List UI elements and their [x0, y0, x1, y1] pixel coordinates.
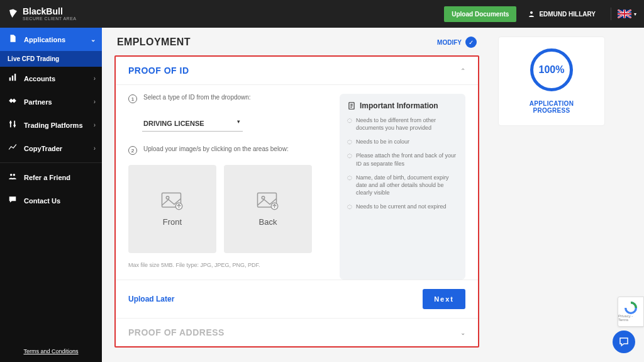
sidebar-item-label: Partners — [24, 98, 52, 106]
username: EDMUND HILLARY — [539, 11, 596, 18]
sidebar-item-label: Applications — [24, 36, 65, 43]
check-icon: ✓ — [465, 37, 477, 48]
user-menu[interactable]: EDMUND HILLARY — [528, 10, 596, 18]
chevron-down-icon: ⌄ — [460, 329, 465, 336]
sidebar-item-label: Accounts — [24, 75, 55, 82]
svg-point-0 — [530, 11, 533, 14]
svg-rect-3 — [12, 76, 13, 81]
step-2-badge: 2 — [128, 146, 137, 155]
brand-name: BlackBull — [23, 7, 77, 16]
proof-of-address-title: PROOF OF ADDRESS — [128, 327, 225, 337]
uk-flag-icon — [618, 9, 631, 18]
modify-link[interactable]: MODIFY — [437, 39, 462, 46]
svg-point-7 — [9, 122, 11, 124]
upload-documents-button[interactable]: Upload Documents — [444, 6, 516, 22]
upload-front[interactable]: Front — [128, 165, 216, 253]
progress-ring: 100% — [530, 48, 573, 91]
main-content: EMPLOYMENT MODIFY ✓ PROOF OF ID ⌃ 1 — [102, 28, 644, 362]
sidebar-item-label: CopyTrader — [24, 145, 62, 152]
image-upload-icon — [161, 192, 184, 211]
chat-icon — [8, 195, 18, 206]
recaptcha-icon — [625, 302, 637, 314]
chevron-right-icon: › — [94, 75, 96, 82]
upload-later-link[interactable]: Upload Later — [128, 295, 174, 303]
next-button[interactable]: Next — [423, 289, 465, 309]
sidebar-item-label: Trading Platforms — [24, 122, 83, 129]
chat-bubble-icon — [618, 336, 630, 348]
info-item: Please attach the front and back of your… — [356, 152, 458, 167]
progress-value: 100% — [539, 64, 565, 76]
employment-title: EMPLOYMENT — [117, 37, 191, 48]
sidebar-item-copytrader[interactable]: CopyTrader › — [0, 137, 102, 160]
proof-of-address-header[interactable]: PROOF OF ADDRESS ⌄ — [116, 319, 478, 346]
sidebar-item-label: Refer a Friend — [24, 174, 70, 181]
proof-of-id-header[interactable]: PROOF OF ID ⌃ — [116, 57, 478, 85]
svg-point-10 — [13, 174, 15, 176]
proof-section-highlighted: PROOF OF ID ⌃ 1 Select a type of ID from… — [114, 55, 479, 348]
chevron-up-icon: ⌃ — [460, 67, 465, 74]
svg-point-15 — [262, 196, 265, 199]
chevron-right-icon: › — [94, 122, 96, 128]
step-2-text: Upload your image/s by clicking on the a… — [143, 145, 289, 152]
upload-front-label: Front — [163, 217, 182, 227]
id-type-select[interactable]: DRIVING LICENSE — [142, 116, 243, 132]
upload-back-label: Back — [259, 217, 277, 227]
sidebar-item-applications[interactable]: Applications ⌄ — [0, 28, 102, 51]
trend-icon — [8, 143, 18, 154]
sidebar-item-label: Contact Us — [24, 197, 60, 205]
info-item: Needs to be current and not expired — [356, 203, 447, 210]
chat-fab[interactable] — [613, 331, 635, 353]
brand-logo: BlackBull SECURE CLIENT AREA — [8, 7, 77, 21]
chevron-down-icon: ⌄ — [91, 36, 96, 43]
sliders-icon — [8, 120, 18, 130]
svg-rect-4 — [14, 74, 16, 81]
step-1-text: Select a type of ID from the dropdown: — [143, 94, 251, 101]
important-info-box: Important Information Needs to be differ… — [340, 94, 465, 280]
header-bar: BlackBull SECURE CLIENT AREA Upload Docu… — [0, 0, 644, 28]
sidebar-sub-live-cfd[interactable]: Live CFD Trading — [0, 51, 102, 67]
employment-section-header: EMPLOYMENT MODIFY ✓ — [114, 37, 479, 49]
bull-icon — [8, 8, 19, 20]
people-icon — [8, 172, 18, 183]
file-hint: Max file size 5MB. File type: JPG, JPEG,… — [128, 262, 328, 268]
handshake-icon — [8, 96, 18, 107]
step-1-badge: 1 — [128, 94, 137, 103]
terms-and-conditions-link[interactable]: Terms and Conditions — [0, 341, 102, 362]
sidebar-item-trading-platforms[interactable]: Trading Platforms › — [0, 113, 102, 137]
application-progress-card: 100% APPLICATION PROGRESS — [498, 37, 605, 126]
sidebar-item-accounts[interactable]: Accounts › — [0, 67, 102, 90]
info-list: Needs to be different from other documen… — [347, 116, 458, 210]
svg-point-9 — [10, 174, 12, 176]
sidebar-item-contact[interactable]: Contact Us — [0, 189, 102, 212]
sidebar-item-partners[interactable]: Partners › — [0, 90, 102, 113]
recaptcha-badge: Privacy - Terms — [618, 297, 644, 327]
progress-label: APPLICATION PROGRESS — [510, 100, 593, 114]
document-icon — [8, 34, 18, 45]
image-upload-icon — [257, 192, 279, 211]
chevron-right-icon: › — [94, 98, 96, 105]
brand-sub: SECURE CLIENT AREA — [23, 16, 77, 21]
user-icon — [528, 10, 535, 18]
info-title: Important Information — [360, 101, 438, 110]
document-info-icon — [347, 101, 356, 110]
chart-icon — [8, 73, 18, 84]
svg-point-12 — [166, 196, 169, 199]
info-item: Name, date of birth, document expiry dat… — [356, 174, 458, 196]
language-selector[interactable]: ▾ — [618, 9, 636, 18]
svg-rect-2 — [9, 77, 11, 81]
sidebar-item-refer[interactable]: Refer a Friend — [0, 166, 102, 189]
proof-of-id-panel: PROOF OF ID ⌃ 1 Select a type of ID from… — [116, 57, 478, 318]
proof-of-id-title: PROOF OF ID — [128, 65, 189, 76]
sidebar: Applications ⌄ Live CFD Trading Accounts… — [0, 28, 102, 362]
info-item: Needs to be in colour — [356, 138, 409, 145]
upload-back[interactable]: Back — [224, 165, 312, 253]
info-item: Needs to be different from other documen… — [356, 116, 458, 132]
proof-of-address-panel: PROOF OF ADDRESS ⌄ — [116, 318, 478, 346]
svg-point-8 — [13, 125, 16, 127]
chevron-right-icon: › — [94, 145, 96, 152]
